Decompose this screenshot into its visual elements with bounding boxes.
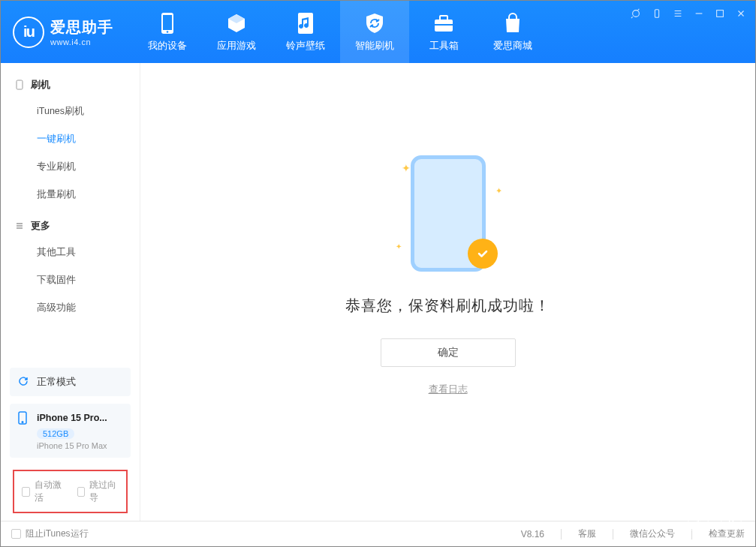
- app-url: www.i4.cn: [50, 38, 113, 47]
- svg-rect-9: [435, 24, 453, 26]
- more-icon: [14, 221, 25, 231]
- nav-apps[interactable]: 应用游戏: [202, 1, 271, 63]
- auto-activate-checkbox[interactable]: 自动激活: [22, 479, 64, 504]
- device-name: iPhone 15 Pro...: [37, 413, 107, 423]
- svg-point-0: [633, 11, 640, 17]
- device-mode-label: 正常模式: [37, 376, 76, 389]
- checkbox-label: 自动激活: [35, 479, 64, 504]
- svg-rect-6: [298, 13, 313, 34]
- checkbox-icon: [11, 529, 21, 539]
- svg-rect-2: [717, 11, 724, 17]
- block-itunes-checkbox[interactable]: 阻止iTunes运行: [11, 527, 89, 540]
- sidebar-section-title: 更多: [31, 219, 50, 233]
- titlebar-menu-icon[interactable]: [670, 5, 686, 22]
- sidebar-item-oneclick-flash[interactable]: 一键刷机: [1, 125, 140, 153]
- sidebar-item-pro-flash[interactable]: 专业刷机: [1, 153, 140, 181]
- view-log-link[interactable]: 查看日志: [429, 383, 468, 396]
- separator: [561, 529, 562, 539]
- nav-ringtones[interactable]: 铃声壁纸: [271, 1, 340, 63]
- wechat-link[interactable]: 微信公众号: [630, 527, 675, 540]
- main-content: ✦ ✦ ✦ 恭喜您，保资料刷机成功啦！ 确定 查看日志: [140, 63, 755, 521]
- nav-my-device[interactable]: 我的设备: [133, 1, 202, 63]
- support-link[interactable]: 客服: [578, 527, 596, 540]
- device-mode-card[interactable]: 正常模式: [10, 368, 131, 396]
- svg-rect-1: [655, 10, 658, 18]
- download-icon[interactable]: [688, 512, 709, 533]
- svg-rect-4: [163, 15, 172, 30]
- svg-point-10: [730, 519, 733, 523]
- device-storage-badge: 512GB: [37, 428, 74, 439]
- phone-icon: [17, 411, 31, 425]
- refresh-shield-icon: [363, 12, 386, 35]
- app-logo: iu 爱思助手 www.i4.cn: [1, 1, 128, 63]
- ok-button[interactable]: 确定: [381, 338, 516, 367]
- checkbox-icon: [22, 487, 30, 497]
- version-label: V8.16: [521, 529, 544, 539]
- nav-label: 我的设备: [148, 39, 187, 53]
- svg-point-13: [22, 422, 23, 423]
- logo-icon: iu: [13, 17, 44, 48]
- refresh-icon: [17, 375, 31, 389]
- sidebar-section-more: 更多: [1, 213, 140, 239]
- nav-label: 应用游戏: [217, 39, 256, 53]
- minimize-icon[interactable]: [691, 5, 707, 22]
- cube-icon: [225, 12, 248, 35]
- sidebar-item-advanced[interactable]: 高级功能: [1, 294, 140, 322]
- nav-label: 工具箱: [429, 39, 459, 53]
- sidebar-item-itunes-flash[interactable]: iTunes刷机: [1, 98, 140, 125]
- success-message: 恭喜您，保资料刷机成功啦！: [345, 296, 550, 316]
- checkbox-label: 阻止iTunes运行: [26, 527, 89, 540]
- svg-rect-11: [17, 80, 23, 89]
- checkbox-label: 跳过向导: [89, 479, 119, 504]
- nav-flash[interactable]: 智能刷机: [340, 1, 409, 63]
- separator: [613, 529, 613, 539]
- bag-icon: [501, 12, 524, 35]
- maximize-icon[interactable]: [712, 5, 728, 22]
- checkbox-icon: [77, 487, 86, 497]
- sidebar-item-other-tools[interactable]: 其他工具: [1, 239, 140, 266]
- svg-rect-8: [440, 16, 447, 20]
- nav-toolbox[interactable]: 工具箱: [409, 1, 478, 63]
- nav-label: 铃声壁纸: [286, 39, 325, 53]
- app-name: 爱思助手: [50, 17, 113, 38]
- nav-store[interactable]: 爱思商城: [478, 1, 547, 63]
- user-icon[interactable]: [721, 512, 742, 533]
- sidebar-section-title: 刷机: [31, 78, 50, 92]
- sidebar-item-batch-flash[interactable]: 批量刷机: [1, 181, 140, 209]
- sidebar-item-download-firmware[interactable]: 下载固件: [1, 266, 140, 294]
- success-illustration: ✦ ✦ ✦: [373, 153, 523, 273]
- sidebar-section-flash: 刷机: [1, 72, 140, 98]
- svg-point-5: [167, 31, 169, 33]
- titlebar-tool2-icon[interactable]: [649, 5, 665, 22]
- nav-label: 智能刷机: [355, 39, 394, 53]
- success-check-icon: [468, 239, 498, 269]
- device-card[interactable]: iPhone 15 Pro... 512GB iPhone 15 Pro Max: [10, 404, 131, 458]
- music-icon: [294, 12, 317, 35]
- close-icon[interactable]: [733, 5, 749, 22]
- phone-small-icon: [14, 80, 25, 90]
- toolbox-icon: [432, 12, 455, 35]
- device-model: iPhone 15 Pro Max: [37, 441, 123, 450]
- options-highlight-box: 自动激活 跳过向导: [13, 470, 128, 513]
- device-icon: [156, 12, 179, 35]
- skip-wizard-checkbox[interactable]: 跳过向导: [77, 479, 119, 504]
- nav-label: 爱思商城: [493, 39, 532, 53]
- titlebar-tool1-icon[interactable]: [628, 5, 644, 22]
